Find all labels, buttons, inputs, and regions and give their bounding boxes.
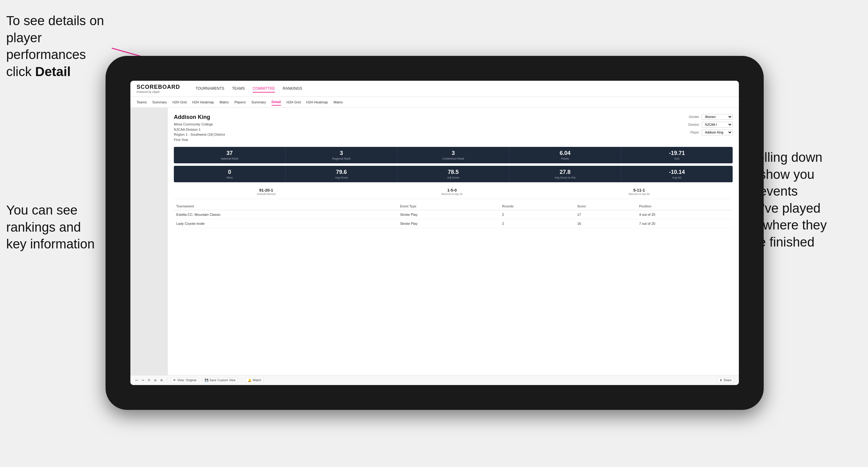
gender-select[interactable]: Women: [702, 114, 733, 120]
view-original-btn[interactable]: 👁 View: Original: [171, 377, 199, 383]
subnav-matrix2[interactable]: Matrix: [333, 99, 343, 105]
stat-cell: -10.14Avg SG: [621, 166, 733, 182]
table-cell: 2: [499, 210, 575, 219]
subnav-teams[interactable]: Teams: [136, 99, 147, 105]
table-col-header: Rounds: [499, 203, 575, 210]
save-custom-btn[interactable]: 💾 Save Custom View: [203, 377, 238, 383]
division-label: Division: [688, 123, 699, 126]
stat-cell: 79.6Avg Score: [286, 166, 397, 182]
stat-cell: 27.8Avg Score to Par: [509, 166, 621, 182]
top-nav: SCOREBOARD Powered by clippd TOURNAMENTS…: [130, 81, 739, 97]
table-header: TournamentEvent TypeRoundsScorePosition: [174, 203, 733, 210]
logo-subtitle: Powered by clippd: [136, 90, 180, 93]
gender-filter-row: Gender Women: [689, 114, 733, 120]
player-region: Region 1 - Southwest (18) District: [174, 132, 225, 137]
tablet-screen: SCOREBOARD Powered by clippd TOURNAMENTS…: [130, 81, 739, 385]
division-filter-row: Division NJCAA I: [688, 122, 733, 128]
table-header-row: TournamentEvent TypeRoundsScorePosition: [174, 203, 733, 210]
tablet-frame: SCOREBOARD Powered by clippd TOURNAMENTS…: [105, 56, 764, 410]
tournament-table: TournamentEvent TypeRoundsScorePosition …: [174, 203, 733, 228]
logo-area: SCOREBOARD Powered by clippd: [136, 84, 180, 93]
content-area: Addison King Mesa Community College NJCA…: [130, 108, 739, 375]
share-btn[interactable]: ⬆ Share: [717, 377, 734, 383]
share-icon: ⬆: [720, 378, 722, 382]
table-cell: Lady Coyote Invite: [174, 219, 398, 228]
subnav-h2h-grid[interactable]: H2H Grid: [172, 99, 187, 105]
view-icon: 👁: [173, 378, 176, 382]
toolbar-settings-icon[interactable]: ⚙: [160, 378, 163, 382]
watch-btn[interactable]: 🔔 Watch: [246, 377, 264, 383]
annotation-top-left: To see details on player performances cl…: [6, 12, 124, 80]
table-cell: Estella CC- Mountain Classic: [174, 210, 398, 219]
stats-row1: 37National Rank3Regional Rank3Conference…: [174, 147, 733, 163]
stat-cell: 6.04Points: [509, 147, 621, 163]
player-filter-row: Player Addison King: [690, 129, 733, 135]
subnav-matrix[interactable]: Matrix: [219, 99, 229, 105]
player-division: NJCAA Division 1: [174, 127, 225, 132]
stat-cell: 0Wins: [174, 166, 286, 182]
watch-icon: 🔔: [248, 378, 251, 382]
subnav-h2h-heatmap2[interactable]: H2H Heatmap: [306, 99, 328, 105]
subnav-players[interactable]: Players: [235, 99, 246, 105]
table-row[interactable]: Estella CC- Mountain ClassicStroke Play2…: [174, 210, 733, 219]
stat-cell: 78.5Adj Score: [397, 166, 509, 182]
save-icon: 💾: [205, 378, 208, 382]
nav-committee[interactable]: COMMITTEE: [253, 85, 275, 93]
annotation-bottom-left: You can see rankings and key information: [6, 202, 118, 253]
table-cell: 17: [575, 210, 637, 219]
subnav-summary2[interactable]: Summary: [251, 99, 266, 105]
player-name: Addison King: [174, 114, 225, 121]
toolbar-divider2: [242, 378, 242, 383]
gender-label: Gender: [689, 115, 699, 119]
stats-row2: 0Wins79.6Avg Score78.5Adj Score27.8Avg S…: [174, 166, 733, 182]
logo-title: SCOREBOARD: [136, 84, 180, 90]
table-cell: 7 out of 20: [637, 219, 733, 228]
record-item: 5-11-1Record vs top 50: [629, 188, 650, 196]
subnav-h2h-heatmap[interactable]: H2H Heatmap: [192, 99, 214, 105]
division-select[interactable]: NJCAA I: [702, 122, 733, 128]
player-filters: Gender Women Division NJCAA I: [688, 114, 733, 135]
toolbar-divider1: [167, 378, 167, 383]
toolbar-redo-icon[interactable]: ↪: [142, 378, 144, 382]
table-row[interactable]: Lady Coyote InviteStroke Play2167 out of…: [174, 219, 733, 228]
toolbar-zoom-icon[interactable]: ⊕: [154, 378, 156, 382]
player-college: Mesa Community College: [174, 122, 225, 127]
stat-cell: 3Regional Rank: [286, 147, 397, 163]
subnav-summary[interactable]: Summary: [152, 99, 167, 105]
main-content: Addison King Mesa Community College NJCA…: [168, 108, 739, 375]
table-cell: Stroke Play: [398, 210, 500, 219]
nav-items: TOURNAMENTS TEAMS COMMITTEE RANKINGS: [195, 85, 302, 93]
toolbar-undo-icon[interactable]: ↩: [135, 378, 138, 382]
subnav-detail[interactable]: Detail: [272, 99, 281, 105]
stat-cell: -19.71SoS: [621, 147, 733, 163]
table-cell: 4 out of 20: [637, 210, 733, 219]
records-row: 91-20-1Overall Record1-5-0Record vs top …: [174, 185, 733, 199]
player-info: Addison King Mesa Community College NJCA…: [174, 114, 225, 142]
nav-teams[interactable]: TEAMS: [232, 85, 245, 93]
table-cell: 2: [499, 219, 575, 228]
table-col-header: Score: [575, 203, 637, 210]
left-sidebar: [130, 108, 168, 375]
record-item: 91-20-1Overall Record: [257, 188, 275, 196]
toolbar-refresh-icon[interactable]: ⟳: [148, 378, 150, 382]
table-cell: 16: [575, 219, 637, 228]
bottom-toolbar: ↩ ↪ ⟳ ⊕ ⚙ 👁 View: Original 💾 Save Custom…: [130, 375, 739, 385]
player-header: Addison King Mesa Community College NJCA…: [174, 114, 733, 142]
subnav-h2h-grid2[interactable]: H2H Grid: [286, 99, 301, 105]
player-label: Player: [690, 131, 699, 134]
sub-nav: Teams Summary H2H Grid H2H Heatmap Matri…: [130, 97, 739, 108]
stat-cell: 37National Rank: [174, 147, 286, 163]
player-select[interactable]: Addison King: [702, 129, 733, 135]
table-col-header: Event Type: [398, 203, 500, 210]
table-col-header: Position: [637, 203, 733, 210]
nav-rankings[interactable]: RANKINGS: [283, 85, 302, 93]
nav-tournaments[interactable]: TOURNAMENTS: [195, 85, 224, 93]
stat-cell: 3Conference Rank: [397, 147, 509, 163]
player-year: First Year: [174, 137, 225, 143]
table-cell: Stroke Play: [398, 219, 500, 228]
record-item: 1-5-0Record vs top 25: [441, 188, 463, 196]
table-body: Estella CC- Mountain ClassicStroke Play2…: [174, 210, 733, 228]
table-col-header: Tournament: [174, 203, 398, 210]
